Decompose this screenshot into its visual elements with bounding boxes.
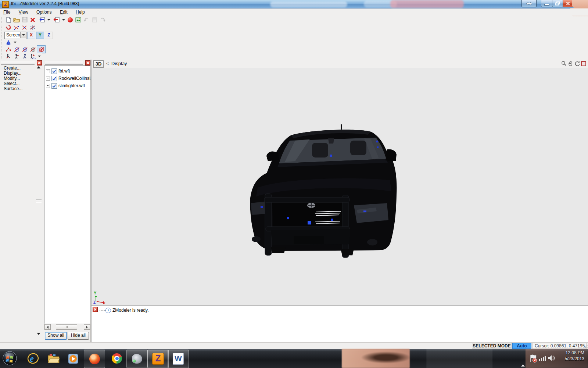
expand-plus-icon[interactable]: [46, 77, 50, 81]
menu-view[interactable]: View: [15, 9, 32, 15]
scrollbar-thumb[interactable]: [56, 324, 77, 330]
car-model-render[interactable]: [236, 118, 397, 261]
edges-level-button[interactable]: [12, 46, 21, 53]
restore-button[interactable]: [552, 0, 563, 7]
magnet-snap-button[interactable]: [4, 24, 12, 31]
panel-drag-grip[interactable]: [1, 61, 35, 65]
rotate-view-icon[interactable]: [574, 61, 580, 66]
expand-plus-icon[interactable]: [46, 84, 50, 88]
figure-tool-2-button[interactable]: [12, 53, 21, 60]
toolbar-grip[interactable]: [1, 39, 3, 45]
taskbar-word[interactable]: W: [168, 350, 189, 368]
figure-tool-3-button[interactable]: [21, 53, 29, 60]
axis-z-button[interactable]: Z: [45, 32, 53, 39]
tray-show-hidden-button[interactable]: [521, 358, 525, 365]
taskbar-windows-explorer[interactable]: [43, 350, 64, 367]
axis-x-button[interactable]: X: [27, 32, 35, 39]
coordinate-space-combo[interactable]: Screen: [4, 32, 26, 39]
taskbar-internet-explorer[interactable]: e: [23, 350, 43, 367]
maximize-view-icon[interactable]: [581, 61, 586, 66]
gizmo-cone-button[interactable]: [4, 39, 12, 46]
volume-speaker-icon[interactable]: [548, 354, 556, 362]
panel-splitter-handle[interactable]: [36, 199, 42, 203]
save-button[interactable]: [21, 16, 29, 24]
snap-vertices-button[interactable]: [12, 24, 21, 31]
viewport-mode-button[interactable]: 3D: [93, 60, 104, 68]
figure-dropdown-caret[interactable]: [38, 56, 41, 57]
show-all-button[interactable]: Show all: [45, 332, 67, 340]
taskbar-chrome[interactable]: [107, 350, 127, 367]
viewport-3d[interactable]: 3D < Display: [91, 60, 588, 305]
command-panel-close-icon[interactable]: [37, 60, 42, 66]
network-signal-icon[interactable]: [539, 355, 546, 361]
redo-button[interactable]: [98, 16, 107, 24]
vertices-level-button[interactable]: [4, 46, 12, 53]
command-surface[interactable]: Surface...: [4, 86, 22, 91]
viewport-display-menu[interactable]: Display: [111, 61, 127, 66]
taskbar-firefox[interactable]: [84, 350, 105, 368]
faces-level-button[interactable]: [21, 46, 29, 53]
export-button[interactable]: [51, 16, 61, 24]
hide-all-button[interactable]: Hide all: [68, 332, 89, 340]
visibility-checkbox[interactable]: [51, 68, 57, 74]
tray-clock[interactable]: 12:08 PM 5/23/2013: [565, 350, 584, 362]
tree-horizontal-scrollbar[interactable]: [44, 324, 90, 330]
snap-edges-button[interactable]: [21, 24, 29, 31]
export-dropdown-caret[interactable]: [62, 19, 65, 21]
scroll-up-arrow[interactable]: [37, 66, 40, 68]
log-close-icon[interactable]: [93, 307, 98, 312]
undo-button[interactable]: [82, 16, 90, 24]
scroll-right-button[interactable]: [84, 324, 90, 330]
scroll-left-button[interactable]: [44, 324, 51, 330]
viewport-back-arrow[interactable]: <: [106, 61, 109, 66]
tree-row-rockwell[interactable]: RockwellCollinsLa: [46, 75, 94, 82]
toolbar-grip[interactable]: [1, 32, 3, 38]
status-auto-badge[interactable]: Auto: [512, 343, 531, 349]
taskbar-zmodeler[interactable]: Z: [147, 350, 169, 368]
new-file-button[interactable]: [4, 16, 12, 24]
command-select[interactable]: Select...: [4, 81, 19, 86]
command-modify[interactable]: Modify...: [4, 76, 20, 81]
tree-row-slimlighter[interactable]: slimlighter.wft: [46, 82, 85, 89]
taskbar-teamspeak[interactable]: [126, 350, 148, 368]
zoom-magnifier-icon[interactable]: [561, 61, 567, 66]
polygons-level-button[interactable]: [29, 46, 37, 53]
menu-help[interactable]: Help: [72, 9, 88, 15]
toolbar-grip[interactable]: [1, 17, 3, 23]
menu-file[interactable]: File: [0, 9, 14, 15]
history-button[interactable]: [90, 16, 98, 24]
open-file-button[interactable]: [12, 16, 21, 24]
command-display[interactable]: Display...: [4, 71, 21, 76]
resize-button[interactable]: [521, 0, 537, 7]
toolbar-grip[interactable]: [1, 25, 3, 31]
visibility-checkbox[interactable]: [51, 83, 57, 89]
visibility-checkbox[interactable]: [51, 76, 57, 81]
gizmo-dropdown-caret[interactable]: [14, 42, 17, 43]
objects-level-button[interactable]: [37, 45, 46, 53]
start-button[interactable]: [3, 351, 17, 367]
menu-edit[interactable]: Edit: [57, 9, 71, 15]
panel-drag-grip[interactable]: [45, 61, 83, 65]
material-editor-button[interactable]: [66, 16, 74, 24]
texture-browser-button[interactable]: [74, 16, 82, 24]
resize-grip-icon[interactable]: [584, 345, 588, 348]
pan-hand-icon[interactable]: [568, 61, 573, 66]
tree-row-fbi[interactable]: fbi.wft: [46, 68, 70, 74]
combo-dropdown-button[interactable]: [20, 32, 26, 38]
expand-plus-icon[interactable]: [46, 69, 50, 73]
action-center-flag-icon[interactable]: [528, 354, 537, 363]
toolbar-grip[interactable]: [1, 46, 3, 52]
command-create[interactable]: Create...: [4, 66, 21, 71]
figure-tool-1-button[interactable]: [4, 53, 12, 60]
menu-options[interactable]: Options: [33, 9, 55, 15]
import-button[interactable]: [37, 16, 46, 24]
toolbar-grip[interactable]: [1, 53, 3, 59]
tree-panel-close-icon[interactable]: [85, 60, 90, 66]
delete-button[interactable]: [29, 16, 37, 24]
axis-y-button[interactable]: Y: [36, 32, 44, 39]
import-dropdown-caret[interactable]: [47, 19, 50, 21]
scroll-down-arrow[interactable]: [37, 333, 40, 335]
minimize-button[interactable]: [541, 0, 553, 7]
figure-tool-4-button[interactable]: [29, 53, 37, 60]
scene-tree-list[interactable]: fbi.wft RockwellCollinsLa slimlighter.wf…: [44, 66, 90, 324]
